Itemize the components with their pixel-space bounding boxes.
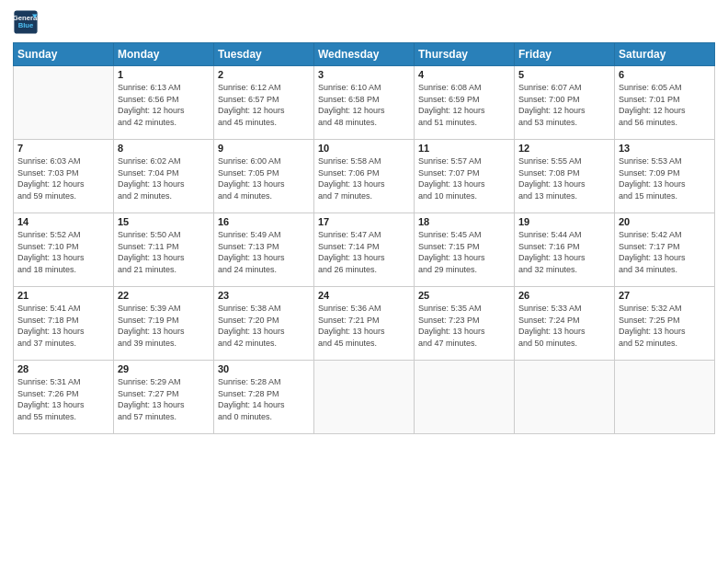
calendar-cell: 6Sunrise: 6:05 AM Sunset: 7:01 PM Daylig… (615, 66, 715, 140)
calendar-cell: 2Sunrise: 6:12 AM Sunset: 6:57 PM Daylig… (214, 66, 314, 140)
day-number: 28 (17, 363, 109, 374)
calendar-cell: 28Sunrise: 5:31 AM Sunset: 7:26 PM Dayli… (14, 361, 114, 434)
day-number: 12 (518, 143, 610, 154)
calendar-cell (615, 361, 715, 434)
day-info: Sunrise: 6:13 AM Sunset: 6:56 PM Dayligh… (118, 82, 210, 128)
day-info: Sunrise: 6:08 AM Sunset: 6:59 PM Dayligh… (418, 82, 510, 128)
calendar-table: SundayMondayTuesdayWednesdayThursdayFrid… (13, 42, 715, 434)
day-number: 1 (118, 69, 210, 80)
calendar-cell: 5Sunrise: 6:07 AM Sunset: 7:00 PM Daylig… (515, 66, 615, 140)
day-info: Sunrise: 6:05 AM Sunset: 7:01 PM Dayligh… (619, 82, 711, 128)
day-number: 8 (118, 143, 210, 154)
weekday-header-tuesday: Tuesday (214, 43, 314, 66)
day-number: 24 (318, 290, 410, 301)
calendar-cell: 18Sunrise: 5:45 AM Sunset: 7:15 PM Dayli… (415, 213, 515, 287)
day-number: 16 (218, 216, 310, 227)
day-info: Sunrise: 6:12 AM Sunset: 6:57 PM Dayligh… (218, 82, 310, 128)
svg-text:Blue: Blue (18, 21, 34, 29)
calendar-page: General Blue SundayMondayTuesdayWednesda… (0, 0, 728, 563)
weekday-header-friday: Friday (515, 43, 615, 66)
day-info: Sunrise: 5:57 AM Sunset: 7:07 PM Dayligh… (418, 155, 510, 201)
day-info: Sunrise: 5:42 AM Sunset: 7:17 PM Dayligh… (619, 229, 711, 275)
logo-icon: General Blue (13, 9, 39, 35)
calendar-cell (14, 66, 114, 140)
day-info: Sunrise: 5:58 AM Sunset: 7:06 PM Dayligh… (318, 155, 410, 201)
day-info: Sunrise: 5:38 AM Sunset: 7:20 PM Dayligh… (218, 303, 310, 349)
day-info: Sunrise: 6:10 AM Sunset: 6:58 PM Dayligh… (318, 82, 410, 128)
calendar-cell: 14Sunrise: 5:52 AM Sunset: 7:10 PM Dayli… (14, 213, 114, 287)
calendar-cell: 3Sunrise: 6:10 AM Sunset: 6:58 PM Daylig… (314, 66, 415, 140)
day-info: Sunrise: 5:33 AM Sunset: 7:24 PM Dayligh… (518, 303, 610, 349)
calendar-week-row: 14Sunrise: 5:52 AM Sunset: 7:10 PM Dayli… (14, 213, 715, 287)
calendar-cell (314, 361, 415, 434)
day-info: Sunrise: 6:07 AM Sunset: 7:00 PM Dayligh… (518, 82, 610, 128)
day-number: 11 (418, 143, 510, 154)
page-header: General Blue (13, 9, 715, 35)
day-info: Sunrise: 5:36 AM Sunset: 7:21 PM Dayligh… (318, 303, 410, 349)
calendar-week-row: 28Sunrise: 5:31 AM Sunset: 7:26 PM Dayli… (14, 361, 715, 434)
calendar-cell: 10Sunrise: 5:58 AM Sunset: 7:06 PM Dayli… (314, 140, 415, 213)
day-info: Sunrise: 5:35 AM Sunset: 7:23 PM Dayligh… (418, 303, 510, 349)
weekday-header-thursday: Thursday (415, 43, 515, 66)
day-info: Sunrise: 5:31 AM Sunset: 7:26 PM Dayligh… (17, 376, 109, 422)
weekday-header-sunday: Sunday (14, 43, 114, 66)
day-info: Sunrise: 5:52 AM Sunset: 7:10 PM Dayligh… (17, 229, 109, 275)
day-info: Sunrise: 5:32 AM Sunset: 7:25 PM Dayligh… (619, 303, 711, 349)
day-info: Sunrise: 6:03 AM Sunset: 7:03 PM Dayligh… (17, 155, 109, 201)
day-number: 19 (518, 216, 610, 227)
calendar-week-row: 1Sunrise: 6:13 AM Sunset: 6:56 PM Daylig… (14, 66, 715, 140)
day-number: 29 (118, 363, 210, 374)
calendar-cell: 12Sunrise: 5:55 AM Sunset: 7:08 PM Dayli… (515, 140, 615, 213)
day-number: 9 (218, 143, 310, 154)
weekday-header-saturday: Saturday (615, 43, 715, 66)
day-info: Sunrise: 6:02 AM Sunset: 7:04 PM Dayligh… (118, 155, 210, 201)
day-info: Sunrise: 5:47 AM Sunset: 7:14 PM Dayligh… (318, 229, 410, 275)
day-info: Sunrise: 5:44 AM Sunset: 7:16 PM Dayligh… (518, 229, 610, 275)
calendar-cell: 1Sunrise: 6:13 AM Sunset: 6:56 PM Daylig… (114, 66, 214, 140)
day-number: 22 (118, 290, 210, 301)
calendar-cell: 13Sunrise: 5:53 AM Sunset: 7:09 PM Dayli… (615, 140, 715, 213)
day-number: 15 (118, 216, 210, 227)
calendar-cell (515, 361, 615, 434)
calendar-cell: 24Sunrise: 5:36 AM Sunset: 7:21 PM Dayli… (314, 287, 415, 361)
calendar-cell: 20Sunrise: 5:42 AM Sunset: 7:17 PM Dayli… (615, 213, 715, 287)
day-number: 30 (218, 363, 310, 374)
calendar-cell: 22Sunrise: 5:39 AM Sunset: 7:19 PM Dayli… (114, 287, 214, 361)
calendar-cell: 23Sunrise: 5:38 AM Sunset: 7:20 PM Dayli… (214, 287, 314, 361)
weekday-header-wednesday: Wednesday (314, 43, 415, 66)
day-number: 23 (218, 290, 310, 301)
day-info: Sunrise: 5:39 AM Sunset: 7:19 PM Dayligh… (118, 303, 210, 349)
calendar-cell: 30Sunrise: 5:28 AM Sunset: 7:28 PM Dayli… (214, 361, 314, 434)
weekday-header-monday: Monday (114, 43, 214, 66)
day-number: 25 (418, 290, 510, 301)
day-number: 7 (17, 143, 109, 154)
calendar-cell: 17Sunrise: 5:47 AM Sunset: 7:14 PM Dayli… (314, 213, 415, 287)
day-info: Sunrise: 6:00 AM Sunset: 7:05 PM Dayligh… (218, 155, 310, 201)
calendar-week-row: 21Sunrise: 5:41 AM Sunset: 7:18 PM Dayli… (14, 287, 715, 361)
calendar-week-row: 7Sunrise: 6:03 AM Sunset: 7:03 PM Daylig… (14, 140, 715, 213)
logo: General Blue (13, 9, 39, 35)
calendar-cell: 11Sunrise: 5:57 AM Sunset: 7:07 PM Dayli… (415, 140, 515, 213)
day-info: Sunrise: 5:45 AM Sunset: 7:15 PM Dayligh… (418, 229, 510, 275)
day-number: 21 (17, 290, 109, 301)
day-number: 13 (619, 143, 711, 154)
day-number: 4 (418, 69, 510, 80)
calendar-cell: 21Sunrise: 5:41 AM Sunset: 7:18 PM Dayli… (14, 287, 114, 361)
day-info: Sunrise: 5:53 AM Sunset: 7:09 PM Dayligh… (619, 155, 711, 201)
day-number: 10 (318, 143, 410, 154)
calendar-cell: 8Sunrise: 6:02 AM Sunset: 7:04 PM Daylig… (114, 140, 214, 213)
day-info: Sunrise: 5:55 AM Sunset: 7:08 PM Dayligh… (518, 155, 610, 201)
calendar-cell: 27Sunrise: 5:32 AM Sunset: 7:25 PM Dayli… (615, 287, 715, 361)
calendar-cell: 7Sunrise: 6:03 AM Sunset: 7:03 PM Daylig… (14, 140, 114, 213)
day-info: Sunrise: 5:41 AM Sunset: 7:18 PM Dayligh… (17, 303, 109, 349)
calendar-cell: 4Sunrise: 6:08 AM Sunset: 6:59 PM Daylig… (415, 66, 515, 140)
day-info: Sunrise: 5:28 AM Sunset: 7:28 PM Dayligh… (218, 376, 310, 422)
day-number: 27 (619, 290, 711, 301)
day-info: Sunrise: 5:29 AM Sunset: 7:27 PM Dayligh… (118, 376, 210, 422)
calendar-cell: 15Sunrise: 5:50 AM Sunset: 7:11 PM Dayli… (114, 213, 214, 287)
calendar-cell (415, 361, 515, 434)
day-number: 5 (518, 69, 610, 80)
calendar-cell: 29Sunrise: 5:29 AM Sunset: 7:27 PM Dayli… (114, 361, 214, 434)
day-info: Sunrise: 5:50 AM Sunset: 7:11 PM Dayligh… (118, 229, 210, 275)
calendar-cell: 9Sunrise: 6:00 AM Sunset: 7:05 PM Daylig… (214, 140, 314, 213)
